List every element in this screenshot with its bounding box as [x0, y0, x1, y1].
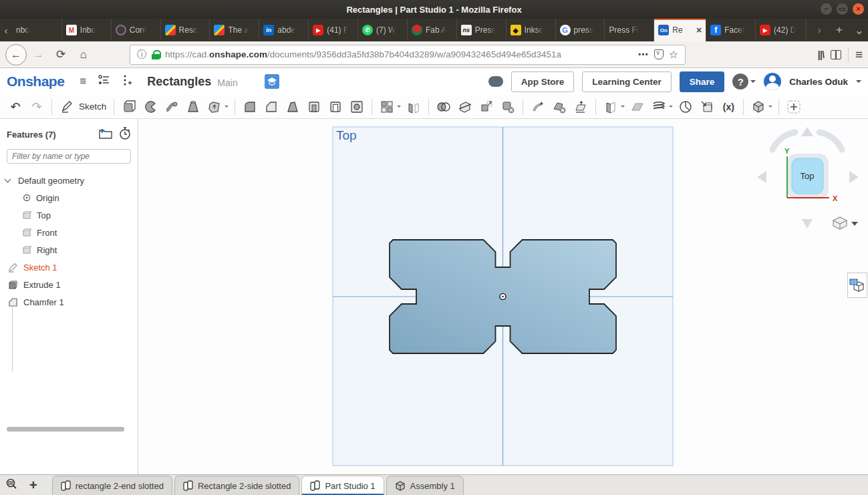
browser-tab[interactable]: ◆Inksc	[506, 19, 555, 41]
section-view-icon[interactable]	[748, 98, 768, 116]
browser-tab[interactable]: Reso	[160, 19, 210, 41]
redo-icon[interactable]: ↷	[27, 98, 47, 116]
user-name[interactable]: Charles Oduk	[789, 77, 848, 87]
variable-icon[interactable]: (x)	[718, 98, 738, 116]
browser-tab[interactable]: The a	[209, 19, 259, 41]
browser-tab[interactable]: ✆(7) W	[357, 19, 407, 41]
loft-icon[interactable]	[183, 98, 203, 116]
model-canvas[interactable]: Top Top Y X	[138, 119, 868, 474]
app-menu-icon[interactable]: ≡	[855, 47, 863, 62]
doc-tab-part-studio-1[interactable]: Part Studio 1	[301, 476, 384, 495]
url-bar[interactable]: ⓘ https://cad.onshape.com/documents/9356…	[130, 45, 686, 65]
plane-icon[interactable]	[627, 98, 647, 116]
feature-dialog-flyout-button[interactable]	[847, 273, 867, 298]
draft-icon[interactable]	[283, 98, 303, 116]
onshape-logo[interactable]: Onshape	[7, 73, 64, 90]
scroll-tabs-right-icon[interactable]: ›	[811, 23, 828, 37]
comment-icon[interactable]	[488, 76, 503, 87]
chevron-down-icon[interactable]	[5, 176, 11, 183]
help-menu[interactable]: ?	[732, 73, 756, 90]
browser-tab[interactable]: Fab A	[407, 19, 456, 41]
browser-tab[interactable]: ▶(42) D	[755, 19, 805, 41]
bookmark-star-icon[interactable]: ☆	[669, 48, 678, 61]
browser-tab[interactable]: Press Fit	[604, 19, 654, 41]
browser-tab[interactable]: nsPress	[456, 19, 506, 41]
tree-item-sketch1[interactable]: Sketch 1	[0, 259, 138, 276]
thicken-icon[interactable]	[204, 98, 225, 116]
mirror-icon[interactable]	[404, 98, 424, 116]
chevron-down-icon[interactable]	[669, 106, 673, 110]
horizontal-scrollbar[interactable]	[7, 427, 124, 432]
new-document-tab-button[interactable]: +	[29, 478, 37, 493]
chevron-down-icon[interactable]	[397, 106, 401, 110]
surface-icon[interactable]	[601, 98, 621, 116]
tree-item-origin[interactable]: Origin	[0, 189, 138, 206]
sketch-icon[interactable]	[57, 98, 77, 116]
rotate-left-arrow[interactable]	[772, 132, 795, 150]
maximize-button[interactable]: ▭	[837, 3, 848, 15]
minimize-button[interactable]: −	[821, 3, 832, 15]
page-actions-icon[interactable]: •••	[638, 50, 649, 59]
pocket-icon[interactable]	[654, 49, 664, 59]
search-tabs-icon[interactable]	[5, 478, 20, 492]
new-tab-button[interactable]: +	[831, 23, 848, 37]
rotate-down-arrow[interactable]	[802, 219, 813, 228]
home-button[interactable]: ⌂	[72, 45, 95, 65]
rib-icon[interactable]	[304, 98, 324, 116]
doc-tab-assembly-1[interactable]: Assembly 1	[386, 476, 464, 495]
url-text[interactable]: https://cad.onshape.com/documents/9356dd…	[165, 49, 633, 59]
derive-icon[interactable]	[697, 98, 717, 116]
custom-feature-icon[interactable]	[784, 98, 804, 116]
forward-button[interactable]: →	[27, 45, 49, 65]
transform-icon[interactable]	[476, 98, 496, 116]
move-face-icon[interactable]	[528, 98, 548, 116]
sketch-label[interactable]: Sketch	[79, 102, 106, 112]
circular-pattern-icon[interactable]	[676, 98, 696, 116]
undo-icon[interactable]: ↶	[5, 98, 25, 116]
boolean-icon[interactable]	[434, 98, 454, 116]
help-icon[interactable]: ?	[732, 73, 748, 90]
rollback-timer-icon[interactable]	[119, 127, 131, 142]
sweep-icon[interactable]	[162, 98, 182, 116]
chamfer-icon[interactable]	[261, 98, 281, 116]
browser-tab[interactable]: nbo	[12, 19, 61, 41]
branch-icon[interactable]	[122, 74, 132, 90]
browser-tab-active[interactable]: OnRe×	[654, 19, 706, 41]
tree-item-top-plane[interactable]: Top	[0, 206, 138, 224]
fillet-icon[interactable]	[240, 98, 260, 116]
library-icon[interactable]: ||\	[817, 49, 824, 60]
browser-tab[interactable]: Gpress	[555, 19, 605, 41]
tree-item-front-plane[interactable]: Front	[0, 224, 138, 241]
close-tab-icon[interactable]: ×	[696, 25, 702, 35]
linear-pattern-icon[interactable]	[377, 98, 397, 116]
versions-icon[interactable]	[98, 75, 110, 89]
extrude-icon[interactable]	[119, 98, 139, 116]
add-folder-icon[interactable]	[99, 128, 112, 142]
list-tabs-icon[interactable]: ⌄	[851, 23, 868, 37]
revolve-icon[interactable]	[140, 98, 160, 116]
scroll-tabs-left-icon[interactable]: ‹	[0, 19, 12, 41]
view-options-chevron-icon[interactable]	[851, 222, 858, 226]
document-title[interactable]: Rectangles	[147, 75, 211, 89]
close-button[interactable]: ×	[853, 3, 864, 15]
app-store-button[interactable]: App Store	[511, 71, 575, 92]
document-menu-icon[interactable]: ≡	[80, 75, 86, 88]
tree-item-right-plane[interactable]: Right	[0, 241, 138, 259]
tree-default-geometry[interactable]: Default geometry	[0, 172, 138, 189]
sidebar-toggle-icon[interactable]	[831, 50, 841, 59]
browser-tab[interactable]: ▶(41) F	[308, 19, 357, 41]
delete-part-icon[interactable]	[498, 98, 518, 116]
browser-tab[interactable]: MInbo	[61, 19, 111, 41]
window-titlebar[interactable]: Rectangles | Part Studio 1 - Mozilla Fir…	[0, 0, 868, 19]
tree-item-chamfer1[interactable]: Chamfer 1	[0, 293, 138, 311]
browser-tab[interactable]: fFacet	[706, 19, 755, 41]
view-cube[interactable]: Top Y X	[754, 123, 867, 231]
back-button[interactable]: ←	[5, 44, 27, 65]
browser-tab[interactable]: Cont	[111, 19, 160, 41]
rotate-up-arrow[interactable]	[801, 127, 813, 136]
doc-tab-rect-2-side[interactable]: Rectangle 2-side slotted	[174, 476, 299, 495]
delete-face-icon[interactable]	[549, 98, 569, 116]
split-icon[interactable]	[455, 98, 475, 116]
chevron-down-icon[interactable]	[225, 106, 229, 110]
share-button[interactable]: Share	[680, 71, 725, 92]
